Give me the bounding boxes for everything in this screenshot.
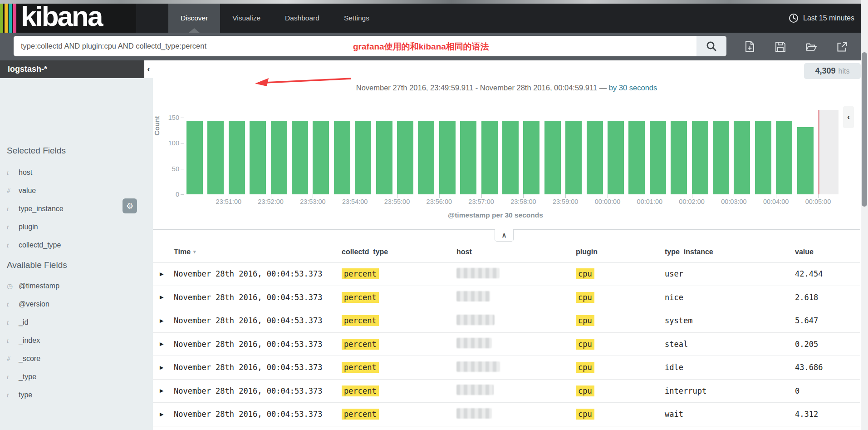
field-item-collectd_type[interactable]: tcollectd_type bbox=[0, 236, 153, 254]
histogram-bar[interactable] bbox=[271, 121, 287, 194]
histogram-bar[interactable] bbox=[439, 121, 456, 194]
histogram-bar[interactable] bbox=[460, 121, 476, 194]
field-item-type[interactable]: ttype bbox=[0, 386, 153, 404]
x-axis-tick-mark bbox=[650, 194, 650, 198]
cell-type-instance: nice bbox=[665, 293, 795, 302]
x-axis-tick-mark bbox=[355, 194, 355, 198]
highlighted-value: percent bbox=[342, 339, 379, 350]
field-item-_id[interactable]: t_id bbox=[0, 313, 153, 331]
histogram-bar[interactable] bbox=[418, 121, 434, 194]
x-axis-tick-label: 23:52:00 bbox=[250, 198, 291, 205]
column-header-host[interactable]: host bbox=[456, 248, 576, 256]
histogram-bar[interactable] bbox=[776, 121, 792, 194]
time-picker-button[interactable]: Last 15 minutes bbox=[789, 4, 854, 33]
nav-tab-discover[interactable]: Discover bbox=[168, 4, 220, 33]
expand-row-icon[interactable]: ▶ bbox=[153, 271, 174, 277]
histogram-bar[interactable] bbox=[671, 121, 687, 194]
search-icon bbox=[706, 40, 717, 52]
selected-fields-heading: Selected Fields bbox=[7, 146, 66, 156]
hits-label: hits bbox=[839, 67, 850, 75]
string-type-icon: t bbox=[7, 205, 19, 213]
nav-tab-settings[interactable]: Settings bbox=[332, 4, 382, 33]
histogram-bar[interactable] bbox=[292, 121, 308, 194]
histogram-bar[interactable] bbox=[334, 121, 350, 194]
field-item-_score[interactable]: #_score bbox=[0, 350, 153, 368]
expand-row-icon[interactable]: ▶ bbox=[153, 411, 174, 417]
highlighted-value: percent bbox=[342, 315, 379, 326]
histogram-bar[interactable] bbox=[713, 121, 729, 194]
save-icon[interactable] bbox=[775, 41, 786, 52]
table-body: ▶November 28th 2016, 00:04:53.373percent… bbox=[153, 262, 860, 426]
x-axis-tick-mark bbox=[397, 194, 397, 198]
histogram-bar[interactable] bbox=[650, 121, 666, 194]
future-time-region bbox=[819, 110, 839, 194]
search-button[interactable] bbox=[696, 36, 726, 56]
nav-tabs: DiscoverVisualizeDashboardSettings bbox=[168, 4, 382, 33]
cell-host bbox=[456, 385, 576, 397]
histogram-bar[interactable] bbox=[797, 127, 814, 194]
expand-row-icon[interactable]: ▶ bbox=[153, 388, 174, 394]
index-pattern-selector[interactable]: logstash-* bbox=[0, 60, 144, 78]
chart-collapse-button[interactable]: ‹ bbox=[843, 106, 854, 128]
expand-row-icon[interactable]: ▶ bbox=[153, 341, 174, 347]
highlighted-value: cpu bbox=[576, 386, 594, 396]
y-axis-tick-label: 0 bbox=[159, 191, 179, 198]
x-axis-tick-label: 23:56:00 bbox=[419, 198, 460, 205]
expand-row-icon[interactable]: ▶ bbox=[153, 318, 174, 324]
open-folder-icon[interactable] bbox=[806, 41, 817, 52]
highlighted-value: percent bbox=[342, 292, 379, 303]
histogram-bar[interactable] bbox=[692, 121, 708, 194]
interval-link[interactable]: by 30 seconds bbox=[609, 84, 657, 92]
field-item-_type[interactable]: t_type bbox=[0, 368, 153, 386]
field-item-plugin[interactable]: tplugin bbox=[0, 218, 153, 236]
field-name: value bbox=[19, 187, 36, 195]
clock-icon: ◷ bbox=[7, 282, 19, 290]
share-icon[interactable] bbox=[837, 41, 848, 52]
histogram-bar[interactable] bbox=[523, 121, 539, 194]
string-type-icon: t bbox=[7, 391, 19, 399]
expand-row-icon[interactable]: ▶ bbox=[153, 365, 174, 371]
histogram-bar[interactable] bbox=[502, 121, 519, 194]
y-axis-tick-label: 100 bbox=[159, 139, 179, 147]
y-axis-tick-mark bbox=[181, 118, 184, 118]
kibana-logo: kibana bbox=[0, 4, 136, 33]
histogram-bar[interactable] bbox=[229, 121, 245, 194]
x-axis-tick-label: 00:05:00 bbox=[798, 198, 839, 205]
nav-tab-dashboard[interactable]: Dashboard bbox=[273, 4, 332, 33]
histogram-bar[interactable] bbox=[755, 121, 771, 194]
cell-plugin: cpu bbox=[576, 386, 665, 395]
column-header-value[interactable]: value bbox=[795, 248, 860, 256]
histogram-bar[interactable] bbox=[481, 121, 498, 194]
histogram-bar[interactable] bbox=[734, 121, 750, 194]
y-axis-tick-mark bbox=[181, 194, 184, 195]
histogram-bar[interactable] bbox=[207, 121, 224, 194]
sidebar-collapse-button[interactable]: ‹ bbox=[144, 60, 153, 78]
histogram-bar[interactable] bbox=[608, 121, 624, 194]
field-item-@timestamp[interactable]: ◷@timestamp bbox=[0, 277, 153, 295]
histogram-bar[interactable] bbox=[628, 121, 645, 194]
collapse-chart-tab[interactable]: ∧ bbox=[495, 229, 514, 242]
field-item-host[interactable]: thost bbox=[0, 163, 153, 182]
histogram-bar[interactable] bbox=[355, 121, 371, 194]
column-header-type_instance[interactable]: type_instance bbox=[665, 248, 795, 256]
histogram-bar[interactable] bbox=[544, 121, 561, 194]
histogram-bar[interactable] bbox=[313, 121, 329, 194]
y-axis-line bbox=[184, 109, 184, 195]
histogram-bar[interactable] bbox=[376, 121, 392, 194]
histogram-bar[interactable] bbox=[397, 121, 413, 194]
field-item-_index[interactable]: t_index bbox=[0, 331, 153, 350]
expand-row-icon[interactable]: ▶ bbox=[153, 294, 174, 300]
column-header-time[interactable]: Time▾ bbox=[174, 248, 342, 256]
histogram-bar[interactable] bbox=[186, 121, 203, 194]
histogram-bar[interactable] bbox=[587, 121, 603, 194]
histogram-bar[interactable] bbox=[565, 121, 582, 194]
field-settings-button[interactable]: ⚙ bbox=[123, 198, 137, 213]
field-item-@version[interactable]: t@version bbox=[0, 295, 153, 313]
new-document-icon[interactable] bbox=[744, 41, 755, 52]
nav-tab-visualize[interactable]: Visualize bbox=[220, 4, 273, 33]
page-scrollbar-thumb[interactable] bbox=[862, 52, 867, 207]
histogram-bar[interactable] bbox=[250, 121, 266, 194]
column-header-plugin[interactable]: plugin bbox=[576, 248, 665, 256]
column-header-collectd_type[interactable]: collectd_type bbox=[342, 248, 456, 256]
field-item-value[interactable]: #value bbox=[0, 182, 153, 200]
